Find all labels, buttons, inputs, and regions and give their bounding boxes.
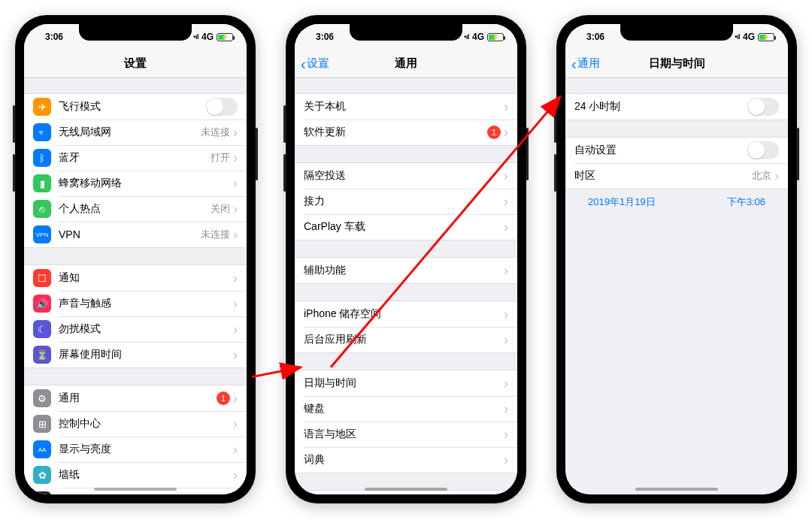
row-CarPlay-车载[interactable]: CarPlay 车载› — [295, 214, 517, 240]
general-list[interactable]: 关于本机›软件更新1›隔空投送›接力›CarPlay 车载›辅助功能›iPhon… — [295, 78, 517, 494]
row-wifi[interactable]: ᯤ无线局域网未连接› — [24, 119, 247, 145]
row-软件更新[interactable]: 软件更新1› — [295, 119, 517, 145]
chevron-right-icon: › — [504, 125, 508, 139]
sound-icon: 🔊 — [33, 295, 51, 313]
row-label: 软件更新 — [304, 125, 487, 139]
hotspot-icon: ⎋ — [33, 200, 51, 218]
row-接力[interactable]: 接力› — [295, 189, 517, 214]
row-iPhone-储存空间[interactable]: iPhone 储存空间› — [295, 301, 517, 327]
time-button[interactable]: 下午3:06 — [727, 195, 765, 209]
datetime-list[interactable]: 24 小时制自动设置时区北京› 2019年1月19日 下午3:06 — [565, 78, 788, 494]
chevron-right-icon: › — [774, 169, 779, 183]
date-time-picker-row[interactable]: 2019年1月19日 下午3:06 — [565, 189, 788, 215]
chevron-right-icon: › — [504, 100, 508, 113]
chevron-right-icon: › — [233, 151, 238, 165]
row-label: 蜂窝移动网络 — [59, 177, 233, 190]
row-label: 控制中心 — [59, 417, 233, 431]
home-indicator[interactable] — [94, 488, 177, 491]
battery-icon: ⚡ — [758, 33, 774, 41]
row-display[interactable]: AA显示与亮度› — [24, 437, 247, 462]
row-label: 无线局域网 — [59, 125, 201, 139]
toggle[interactable] — [747, 98, 779, 116]
clock: 3:06 — [316, 32, 334, 42]
row-airplane[interactable]: ✈飞行模式 — [24, 94, 247, 119]
row-label: 辅助功能 — [304, 264, 504, 277]
row-词典[interactable]: 词典› — [295, 447, 517, 473]
row-value: 打开 — [211, 151, 230, 165]
row-日期与时间[interactable]: 日期与时间› — [295, 370, 517, 396]
toggle[interactable] — [747, 141, 779, 159]
dnd-icon: ☾ — [33, 320, 51, 338]
toggle[interactable] — [206, 98, 238, 116]
chevron-right-icon: › — [233, 202, 238, 216]
notch — [79, 24, 192, 41]
row-cell[interactable]: ▮蜂窝移动网络› — [24, 171, 247, 196]
row-时区[interactable]: 时区北京› — [565, 163, 788, 189]
gear-icon: ⚙ — [33, 389, 51, 407]
back-button[interactable]: ‹ 通用 — [571, 56, 600, 71]
chevron-right-icon: › — [233, 125, 238, 139]
chevron-right-icon: › — [233, 468, 238, 482]
row-vpn[interactable]: VPNVPN未连接› — [24, 222, 247, 247]
chevron-right-icon: › — [504, 402, 508, 416]
phone-general: 3:06 •ıl 4G ⚡ ‹ 设置 通用 关于本机›软件更新1›隔空投送›接力… — [286, 15, 526, 503]
row-notif[interactable]: ☐通知› — [24, 265, 247, 291]
row-screentime[interactable]: ⏳屏幕使用时间› — [24, 342, 247, 367]
date-button[interactable]: 2019年1月19日 — [588, 195, 656, 209]
back-button[interactable]: ‹ 设置 — [301, 56, 329, 71]
row-hotspot[interactable]: ⎋个人热点关闭› — [24, 196, 247, 222]
control-icon: ⊞ — [33, 415, 51, 433]
chevron-left-icon: ‹ — [301, 56, 306, 71]
row-value: 关闭 — [211, 202, 230, 216]
settings-list[interactable]: ✈飞行模式ᯤ无线局域网未连接›ᛒ蓝牙打开›▮蜂窝移动网络›⎋个人热点关闭›VPN… — [24, 78, 247, 494]
row-bluetooth[interactable]: ᛒ蓝牙打开› — [24, 145, 247, 171]
signal-icon: •ıl — [193, 33, 198, 41]
row-iTunes-无线局域网同步[interactable]: iTunes 无线局域网同步› — [295, 491, 517, 494]
row-后台应用刷新[interactable]: 后台应用刷新› — [295, 327, 517, 352]
row-value: 北京 — [752, 169, 771, 183]
row-label: 勿扰模式 — [59, 322, 233, 336]
row-sound[interactable]: 🔊声音与触感› — [24, 291, 247, 316]
wallpaper-icon: ✿ — [33, 466, 51, 484]
row-label: 墙纸 — [59, 468, 233, 482]
battery-icon: ⚡ — [487, 33, 504, 41]
row-label: 时区 — [574, 169, 752, 183]
home-indicator[interactable] — [635, 488, 718, 491]
chevron-right-icon: › — [233, 297, 238, 310]
row-value: 未连接 — [201, 125, 230, 139]
row-label: Siri 与搜索 — [59, 494, 233, 494]
row-关于本机[interactable]: 关于本机› — [295, 94, 517, 119]
chevron-right-icon: › — [233, 228, 238, 241]
home-indicator[interactable] — [365, 488, 447, 491]
navbar: ‹ 通用 日期与时间 — [565, 50, 788, 78]
row-键盘[interactable]: 键盘› — [295, 396, 517, 422]
chevron-right-icon: › — [504, 428, 508, 441]
row-label: 自动设置 — [574, 144, 747, 157]
bluetooth-icon: ᛒ — [33, 149, 51, 167]
row-label: 隔空投送 — [304, 169, 504, 183]
phone-date-time: 3:06 •ıl 4G ⚡ ‹ 通用 日期与时间 24 小时制自动设置时区北京›… — [556, 15, 797, 503]
row-自动设置[interactable]: 自动设置 — [565, 138, 788, 163]
row-24-小时制[interactable]: 24 小时制 — [565, 94, 788, 119]
row-label: 词典 — [304, 453, 504, 467]
row-隔空投送[interactable]: 隔空投送› — [295, 163, 517, 189]
row-label: 飞行模式 — [59, 100, 206, 113]
row-label: CarPlay 车载 — [304, 220, 504, 234]
wifi-icon: ᯤ — [33, 123, 51, 141]
row-label: 通用 — [59, 391, 217, 405]
row-wallpaper[interactable]: ✿墙纸› — [24, 462, 247, 488]
display-icon: AA — [33, 440, 51, 458]
row-label: 显示与亮度 — [59, 443, 233, 456]
chevron-right-icon: › — [233, 443, 238, 456]
page-title: 日期与时间 — [649, 56, 705, 71]
row-label: 个人热点 — [59, 202, 211, 216]
row-label: 屏幕使用时间 — [59, 348, 233, 361]
carrier-label: 4G — [743, 32, 755, 42]
signal-icon: •ıl — [464, 33, 469, 41]
row-dnd[interactable]: ☾勿扰模式› — [24, 316, 247, 342]
row-辅助功能[interactable]: 辅助功能› — [295, 258, 517, 283]
row-gear[interactable]: ⚙通用1› — [24, 385, 247, 411]
row-语言与地区[interactable]: 语言与地区› — [295, 422, 517, 447]
notch — [620, 24, 733, 41]
row-control[interactable]: ⊞控制中心› — [24, 411, 247, 437]
